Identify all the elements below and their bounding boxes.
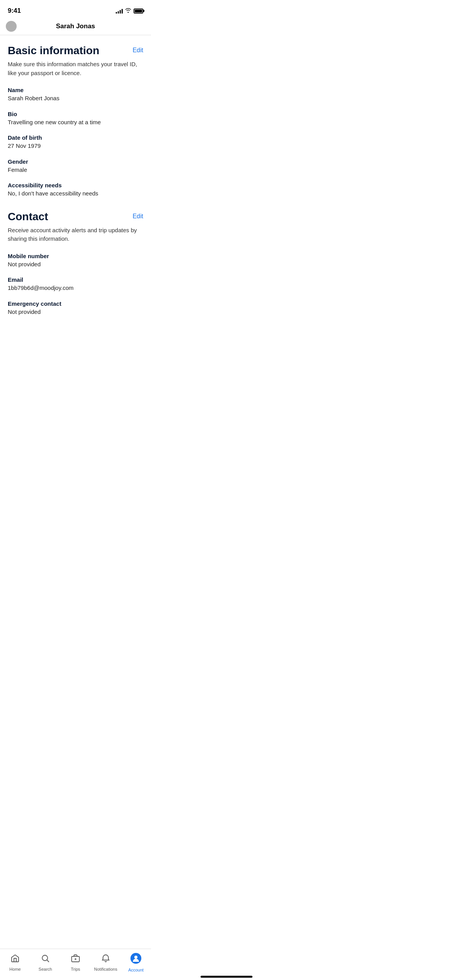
- signal-icon: [116, 8, 123, 14]
- mobile-label: Mobile number: [8, 253, 143, 259]
- accessibility-value: No, I don't have accessibility needs: [8, 189, 143, 198]
- gender-value: Female: [8, 166, 143, 175]
- status-icons: [116, 8, 143, 14]
- back-avatar: [6, 21, 17, 32]
- dob-field: Date of birth 27 Nov 1979: [8, 134, 143, 151]
- emergency-contact-label: Emergency contact: [8, 300, 143, 307]
- contact-title: Contact: [8, 211, 48, 223]
- basic-info-title: Basic information: [8, 45, 99, 57]
- dob-label: Date of birth: [8, 134, 143, 141]
- basic-info-description: Make sure this information matches your …: [8, 60, 143, 77]
- email-label: Email: [8, 276, 143, 283]
- basic-info-section: Basic information Edit Make sure this in…: [8, 45, 143, 198]
- email-value: 1bb79b6d@moodjoy.com: [8, 284, 143, 293]
- main-content: Basic information Edit Make sure this in…: [0, 35, 151, 367]
- status-time: 9:41: [8, 7, 21, 15]
- accessibility-label: Accessibility needs: [8, 182, 143, 188]
- accessibility-field: Accessibility needs No, I don't have acc…: [8, 182, 143, 198]
- contact-edit-button[interactable]: Edit: [132, 211, 143, 220]
- bio-value: Travelling one new country at a time: [8, 118, 143, 127]
- bio-field: Bio Travelling one new country at a time: [8, 111, 143, 127]
- gender-label: Gender: [8, 158, 143, 165]
- bio-label: Bio: [8, 111, 143, 117]
- name-value: Sarah Robert Jonas: [8, 94, 143, 103]
- nav-header: ‹ Sarah Jonas: [0, 19, 151, 35]
- dob-value: 27 Nov 1979: [8, 142, 143, 151]
- nav-title: Sarah Jonas: [56, 22, 95, 30]
- gender-field: Gender Female: [8, 158, 143, 175]
- wifi-icon: [125, 8, 131, 14]
- status-bar: 9:41: [0, 0, 151, 19]
- emergency-contact-value: Not provided: [8, 308, 143, 317]
- battery-icon: [134, 9, 143, 14]
- back-button[interactable]: ‹: [6, 21, 17, 32]
- mobile-value: Not provided: [8, 260, 143, 269]
- email-field: Email 1bb79b6d@moodjoy.com: [8, 276, 143, 293]
- basic-info-header: Basic information Edit: [8, 45, 143, 57]
- mobile-field: Mobile number Not provided: [8, 253, 143, 269]
- contact-header: Contact Edit: [8, 211, 143, 223]
- basic-info-edit-button[interactable]: Edit: [132, 45, 143, 54]
- name-field: Name Sarah Robert Jonas: [8, 87, 143, 103]
- name-label: Name: [8, 87, 143, 93]
- emergency-contact-field: Emergency contact Not provided: [8, 300, 143, 317]
- contact-description: Receive account activity alerts and trip…: [8, 226, 143, 243]
- contact-section: Contact Edit Receive account activity al…: [8, 211, 143, 317]
